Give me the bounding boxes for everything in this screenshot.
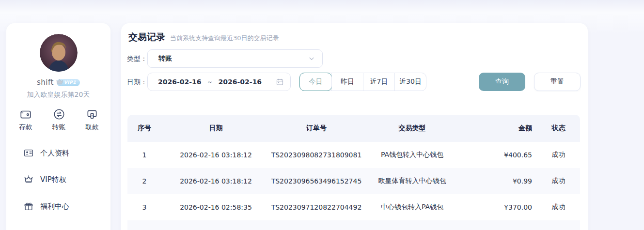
crown-icon: [23, 174, 34, 185]
range-button-7days[interactable]: 近7日: [363, 73, 394, 91]
sidebar-item-vip[interactable]: VIP特权: [6, 173, 110, 186]
table-row: 1 2026-02-16 03:18:12 TS2023098082731809…: [127, 142, 580, 168]
quick-action-transfer[interactable]: 转账: [52, 108, 66, 132]
quick-action-deposit[interactable]: 存款: [19, 108, 32, 132]
cell-order-no: TS2023096563496152745: [270, 168, 362, 194]
user-line: shift VIP1: [6, 78, 110, 87]
page-subtitle: 当前系统支持查询最近30日的交易记录: [170, 34, 279, 43]
date-range-input[interactable]: 2026-02-16 ～ 2026-02-16: [147, 73, 291, 91]
cell-date: 2026-02-16 02:58:35: [161, 194, 270, 220]
table-row: 2 2026-02-16 03:18:12 TS2023096563496152…: [127, 168, 580, 194]
range-button-today[interactable]: 今日: [300, 73, 331, 91]
date-filter-label: 日期：: [127, 73, 147, 91]
column-header-date: 日期: [161, 115, 270, 142]
cell-type: 中心钱包转入PA钱包: [362, 194, 462, 220]
range-button-group: 今日 昨日 近7日 近30日: [299, 73, 426, 91]
username: shift: [37, 78, 54, 87]
cell-date: 2026-02-16 03:18:12: [161, 168, 270, 194]
quick-actions: 存款 转账 ¥ 取款: [6, 108, 110, 132]
table-header-row: 序号 日期 订单号 交易类型 金额 状态: [127, 115, 580, 142]
table-row: 3 2026-02-16 02:58:35 TS2023097120822704…: [127, 194, 580, 220]
sidebar-item-label: 个人资料: [40, 149, 69, 158]
date-separator: ～: [207, 77, 213, 86]
cell-order-no: TS2023098082731809081: [270, 142, 362, 168]
cell-amount: ¥370.00: [462, 194, 537, 220]
column-header-index: 序号: [127, 115, 161, 142]
vip-badge: VIP1: [57, 79, 80, 86]
type-select-value: 转账: [158, 54, 172, 63]
cell-index: 1: [127, 142, 161, 168]
cell-amount: ¥0.99: [462, 168, 537, 194]
crown-medal-icon: [55, 78, 64, 87]
table-row-partial: [127, 220, 580, 230]
cell-type: PA钱包转入中心钱包: [362, 142, 462, 168]
reset-button[interactable]: 重置: [534, 73, 581, 91]
sidebar-item-welfare[interactable]: 福利中心: [6, 199, 110, 213]
title-row: 交易记录 当前系统支持查询最近30日的交易记录: [128, 31, 279, 44]
page-title: 交易记录: [128, 31, 165, 44]
vip-badge-label: VIP1: [64, 80, 76, 85]
sidebar-item-profile[interactable]: 个人资料: [6, 146, 110, 160]
type-filter-label: 类型：: [127, 49, 147, 68]
column-header-amount: 金额: [462, 115, 537, 142]
date-end-value: 2026-02-16: [219, 78, 262, 86]
quick-action-withdraw[interactable]: ¥ 取款: [85, 108, 99, 132]
range-button-yesterday[interactable]: 昨日: [331, 73, 363, 91]
cell-order-no: TS2023097120822704492: [270, 194, 362, 220]
avatar: [40, 34, 78, 72]
cell-index: 2: [127, 168, 161, 194]
sidebar-card: shift VIP1 加入欧皇娱乐第20天 存款 转账: [6, 23, 110, 230]
column-header-order-no: 订单号: [270, 115, 362, 142]
cell-status: 成功: [537, 168, 580, 194]
calendar-icon: [276, 78, 284, 86]
quick-action-label: 转账: [52, 123, 66, 132]
withdraw-icon: ¥: [86, 108, 98, 121]
column-header-status: 状态: [537, 115, 580, 142]
cell-amount: ¥400.65: [462, 142, 537, 168]
transactions-table: 序号 日期 订单号 交易类型 金额 状态 1 2026-02-16 03:18:…: [127, 115, 580, 230]
quick-action-label: 取款: [85, 123, 99, 132]
chevron-down-icon: [308, 55, 315, 62]
cell-status: 成功: [537, 194, 580, 220]
transfer-icon: [53, 108, 65, 121]
join-days-text: 加入欧皇娱乐第20天: [6, 91, 110, 99]
main-card: 交易记录 当前系统支持查询最近30日的交易记录 类型： 转账 日期： 2026-…: [121, 23, 588, 230]
sidebar-item-label: VIP特权: [40, 175, 66, 184]
type-select[interactable]: 转账: [147, 49, 323, 68]
quick-action-label: 存款: [19, 123, 32, 132]
gift-icon: [23, 201, 34, 212]
cell-index: 3: [127, 194, 161, 220]
cell-type: 欧皇体育转入中心钱包: [362, 168, 462, 194]
cell-status: 成功: [537, 142, 580, 168]
column-header-type: 交易类型: [362, 115, 462, 142]
cell-date: 2026-02-16 03:18:12: [161, 142, 270, 168]
sidebar-item-label: 福利中心: [40, 202, 69, 211]
id-card-icon: [23, 148, 34, 158]
date-start-value: 2026-02-16: [158, 78, 202, 86]
query-button[interactable]: 查询: [479, 73, 525, 91]
sidebar-menu: 个人资料 VIP特权 福利中心: [6, 146, 110, 213]
wallet-icon: [19, 108, 32, 121]
page: { "colors": { "accent": "#74a6b3", "acti…: [0, 0, 644, 230]
svg-text:¥: ¥: [91, 114, 93, 117]
range-button-30days[interactable]: 近30日: [394, 73, 426, 91]
